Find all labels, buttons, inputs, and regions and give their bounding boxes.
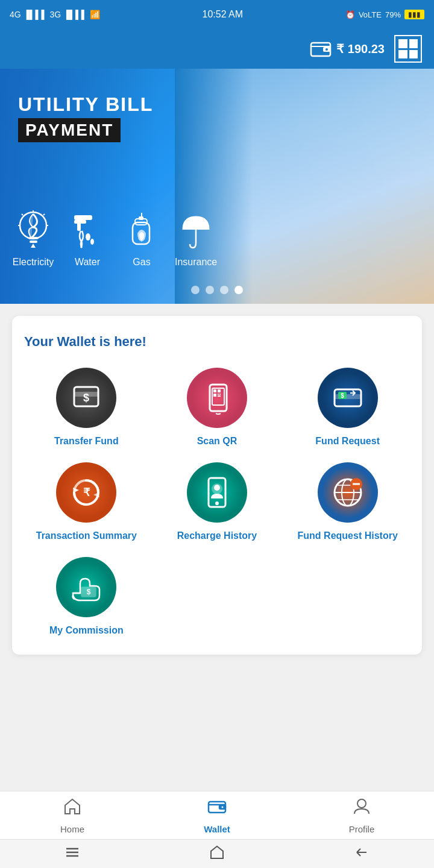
fund-request-icon: $: [318, 368, 378, 428]
svg-rect-10: [29, 237, 38, 239]
status-time: 10:52 AM: [203, 9, 244, 20]
alarm-icon: ⏰: [345, 10, 355, 19]
electricity-label: Electricity: [13, 257, 54, 268]
qr-block-2: [409, 39, 418, 48]
bottom-navigation: Home Wallet Profile: [0, 791, 434, 839]
svg-rect-15: [74, 220, 86, 224]
my-commission-icon: $: [56, 557, 116, 617]
banner-item-electricity[interactable]: Electricity: [12, 209, 54, 268]
profile-nav-icon: [352, 797, 371, 820]
service-recharge-history[interactable]: Recharge History: [155, 462, 280, 542]
qr-block-3: [398, 50, 407, 59]
svg-text:$: $: [83, 392, 89, 404]
qr-scanner-button[interactable]: [394, 35, 422, 63]
phone-signal: 📶: [90, 10, 100, 19]
profile-nav-label: Profile: [349, 824, 375, 834]
banner-item-insurance[interactable]: Insurance: [175, 209, 217, 268]
service-transaction-summary[interactable]: ₹ Transaction Summary: [24, 462, 149, 542]
banner-background-photo: [175, 69, 434, 304]
recharge-history-label: Recharge History: [177, 530, 257, 542]
svg-point-4: [20, 212, 46, 239]
status-network: 4G ▐▌▌▌ 3G ▐▌▌▌ 📶: [10, 10, 100, 19]
svg-line-8: [22, 214, 23, 215]
svg-point-16: [86, 233, 90, 241]
service-scan-qr[interactable]: Scan QR: [155, 368, 280, 448]
service-fund-request[interactable]: $ Fund Request: [285, 368, 410, 448]
banner-text-overlay: UTILITY BILL PAYMENT: [18, 93, 153, 142]
scan-qr-icon: [187, 368, 247, 428]
svg-rect-20: [139, 216, 143, 220]
insurance-icon: [175, 209, 217, 251]
svg-line-6: [43, 214, 45, 215]
transaction-summary-label: Transaction Summary: [36, 530, 137, 542]
android-menu-button[interactable]: [64, 844, 81, 864]
svg-text:$: $: [87, 588, 91, 596]
insurance-label: Insurance: [175, 257, 217, 268]
signal-bars-1: ▐▌▌▌: [24, 10, 48, 19]
banner-item-gas[interactable]: Gas: [121, 209, 163, 268]
wallet-header-icon: [310, 38, 332, 60]
svg-point-44: [215, 502, 219, 505]
qr-block-4: [409, 50, 418, 59]
wallet-card-title: Your Wallet is here!: [24, 334, 410, 350]
dot-3[interactable]: [220, 286, 228, 294]
banner-item-water[interactable]: Water: [66, 209, 108, 268]
svg-rect-30: [213, 394, 216, 397]
dot-1[interactable]: [191, 286, 200, 294]
home-nav-label: Home: [60, 824, 84, 834]
water-label: Water: [75, 257, 100, 268]
volte-icon: VoLTE: [359, 10, 382, 19]
promo-banner: UTILITY BILL PAYMENT UTILITY BILL PAYMEN…: [0, 69, 434, 304]
my-commission-label: My Commission: [49, 624, 124, 637]
service-transfer-fund[interactable]: $ Transfer Fund: [24, 368, 149, 448]
fund-request-history-label: Fund Request History: [298, 530, 398, 542]
balance-amount: ₹ 190.23: [336, 42, 385, 56]
banner-subtitle-2: PAYMENT: [18, 118, 121, 142]
water-icon: [66, 209, 108, 251]
svg-point-17: [90, 239, 94, 245]
svg-rect-13: [74, 215, 92, 220]
dot-2[interactable]: [206, 286, 214, 294]
svg-rect-29: [218, 389, 221, 392]
home-nav-icon: [63, 797, 82, 820]
svg-rect-11: [30, 241, 37, 243]
signal-bars-2: ▐▌▌▌: [63, 10, 87, 19]
nav-home[interactable]: Home: [0, 797, 145, 834]
android-navigation-bar: [0, 839, 434, 868]
battery-icon: ▮▮▮: [404, 10, 424, 19]
nav-profile[interactable]: Profile: [289, 797, 434, 834]
svg-rect-33: [218, 395, 221, 397]
svg-rect-31: [218, 394, 219, 395]
svg-point-43: [214, 485, 220, 491]
qr-block-1: [398, 39, 407, 48]
dot-4[interactable]: [234, 286, 243, 294]
electricity-icon: [12, 209, 54, 251]
transfer-fund-label: Transfer Fund: [54, 435, 119, 448]
android-back-button[interactable]: [353, 844, 370, 864]
app-header: ₹ 190.23: [0, 29, 434, 69]
battery-level: 79%: [385, 10, 401, 19]
android-home-button[interactable]: [209, 844, 225, 864]
svg-point-2: [326, 48, 328, 51]
wallet-nav-label: Wallet: [204, 824, 230, 834]
services-grid: $ Transfer Fund: [24, 368, 410, 637]
banner-service-icons: Electricity Water: [0, 209, 229, 268]
status-bar: 4G ▐▌▌▌ 3G ▐▌▌▌ 📶 10:52 AM ⏰ VoLTE 79% ▮…: [0, 0, 434, 29]
fund-request-history-icon: [318, 462, 378, 523]
nav-wallet[interactable]: Wallet: [145, 797, 289, 834]
svg-point-56: [222, 806, 224, 808]
banner-dots: [191, 286, 243, 294]
service-fund-request-history[interactable]: Fund Request History: [285, 462, 410, 542]
recharge-history-icon: [187, 462, 247, 523]
gas-label: Gas: [133, 257, 150, 268]
transaction-summary-icon: ₹: [56, 462, 116, 523]
transfer-fund-icon: $: [56, 368, 116, 428]
svg-marker-12: [31, 244, 36, 248]
wallet-services-card: Your Wallet is here! $ Transfer Fund: [12, 316, 422, 655]
fund-request-label: Fund Request: [315, 435, 380, 448]
wallet-nav-icon: [207, 797, 227, 820]
svg-rect-32: [219, 394, 221, 395]
wallet-balance-display: ₹ 190.23: [310, 38, 385, 60]
service-my-commission[interactable]: $ My Commission: [24, 557, 149, 637]
network-3g: 3G: [49, 10, 61, 19]
